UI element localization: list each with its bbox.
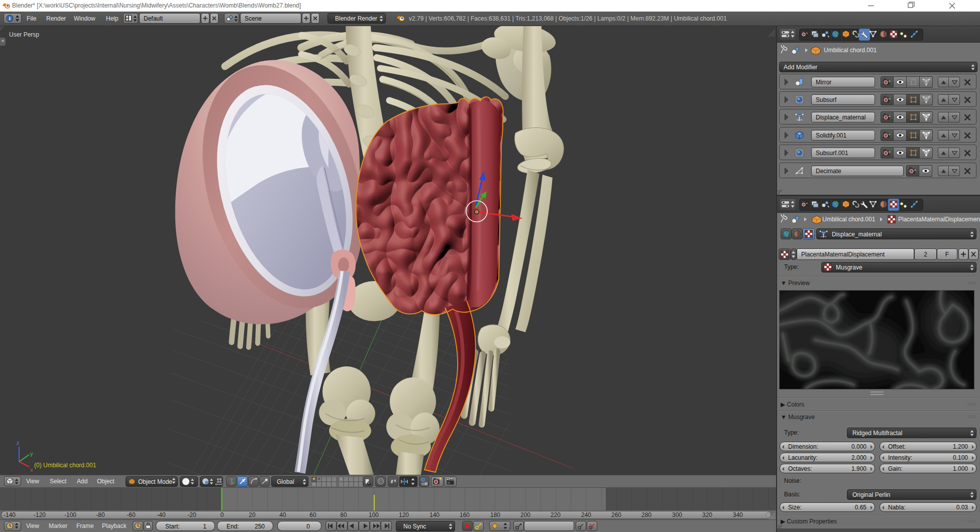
svg-text:-20: -20 bbox=[187, 511, 196, 518]
svg-text:280: 280 bbox=[641, 511, 651, 518]
svg-text:180: 180 bbox=[490, 511, 500, 518]
svg-text:260: 260 bbox=[611, 511, 621, 518]
svg-text:-120: -120 bbox=[34, 511, 46, 518]
svg-text:160: 160 bbox=[460, 511, 470, 518]
svg-text:100: 100 bbox=[369, 511, 379, 518]
svg-text:x: x bbox=[30, 467, 33, 473]
svg-text:-40: -40 bbox=[157, 511, 166, 518]
svg-text:z: z bbox=[17, 440, 20, 446]
svg-text:0: 0 bbox=[221, 511, 224, 518]
svg-text:40: 40 bbox=[279, 511, 286, 518]
svg-text:-140: -140 bbox=[4, 511, 16, 518]
svg-text:320: 320 bbox=[702, 511, 712, 518]
svg-text:300: 300 bbox=[672, 511, 682, 518]
svg-text:i: i bbox=[9, 16, 11, 21]
svg-text:-60: -60 bbox=[127, 511, 136, 518]
svg-text:340: 340 bbox=[733, 511, 743, 518]
svg-text:80: 80 bbox=[340, 511, 347, 518]
svg-text:-80: -80 bbox=[96, 511, 105, 518]
svg-text:60: 60 bbox=[309, 511, 316, 518]
svg-text:200: 200 bbox=[520, 511, 530, 518]
svg-text:y: y bbox=[30, 451, 33, 457]
svg-text:140: 140 bbox=[429, 511, 440, 518]
svg-text:240: 240 bbox=[581, 511, 591, 518]
svg-text:120: 120 bbox=[399, 511, 409, 518]
svg-text:220: 220 bbox=[551, 511, 561, 518]
svg-text:20: 20 bbox=[249, 511, 256, 518]
svg-text:-100: -100 bbox=[64, 511, 76, 518]
